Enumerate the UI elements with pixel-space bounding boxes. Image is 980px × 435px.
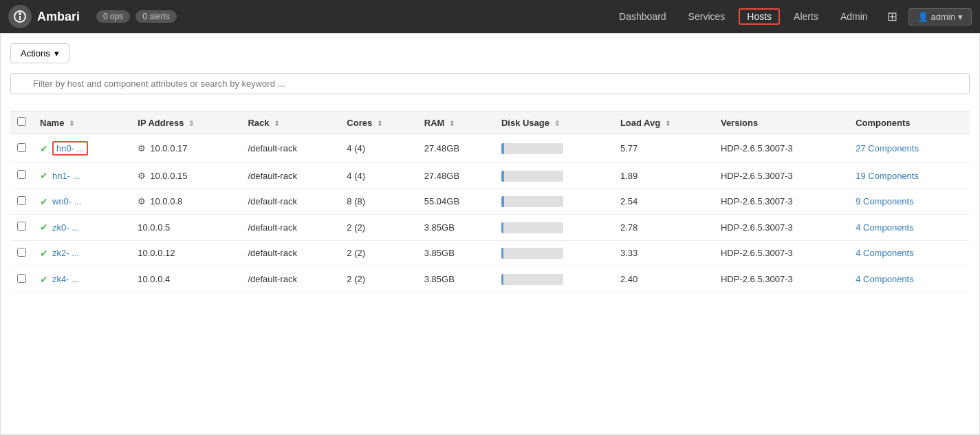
brand: Ambari bbox=[8, 5, 80, 28]
col-name: Name ⇕ bbox=[33, 112, 131, 134]
actions-button[interactable]: Actions ▾ bbox=[10, 43, 69, 63]
components-link[interactable]: 4 Components bbox=[856, 248, 914, 258]
host-name-link[interactable]: zk4- ... bbox=[52, 274, 79, 284]
row-disk-cell bbox=[494, 215, 613, 241]
components-link[interactable]: 4 Components bbox=[856, 222, 914, 233]
row-version-cell: HDP-2.6.5.3007-3 bbox=[714, 240, 849, 266]
header-checkbox-col bbox=[10, 112, 33, 134]
user-icon: 👤 bbox=[917, 12, 928, 22]
nav-dashboard[interactable]: Dashboard bbox=[611, 8, 675, 25]
row-name-cell: ✔wn0- ... bbox=[33, 189, 131, 215]
row-name-cell: ✔zk2- ... bbox=[33, 240, 131, 266]
row-load-cell: 2.54 bbox=[613, 189, 714, 215]
status-icon: ✔ bbox=[40, 143, 48, 154]
host-name-link[interactable]: hn1- ... bbox=[52, 171, 80, 181]
components-link[interactable]: 19 Components bbox=[856, 171, 919, 181]
row-version-cell: HDP-2.6.5.3007-3 bbox=[714, 189, 849, 215]
host-name-link[interactable]: zk0- ... bbox=[52, 222, 79, 233]
row-rack-cell: /default-rack bbox=[241, 134, 340, 163]
table-row: ✔wn0- ...⚙10.0.0.8/default-rack8 (8)55.0… bbox=[10, 189, 970, 215]
components-link[interactable]: 27 Components bbox=[856, 143, 919, 153]
row-version-cell: HDP-2.6.5.3007-3 bbox=[714, 163, 849, 189]
row-checkbox-cell bbox=[10, 266, 33, 293]
nav-services[interactable]: Services bbox=[680, 8, 734, 25]
row-components-cell: 4 Components bbox=[849, 266, 970, 293]
table-row: ✔zk0- ...10.0.0.5/default-rack2 (2)3.85G… bbox=[10, 215, 970, 241]
row-name-cell: ✔zk4- ... bbox=[33, 266, 131, 293]
ops-badge[interactable]: 0 ops bbox=[96, 10, 130, 23]
row-cores-cell: 4 (4) bbox=[340, 163, 417, 189]
nav-admin[interactable]: Admin bbox=[832, 8, 876, 25]
col-cores: Cores ⇕ bbox=[340, 112, 417, 134]
alerts-badge[interactable]: 0 alerts bbox=[135, 10, 176, 23]
ip-value: 10.0.0.4 bbox=[138, 274, 170, 284]
ip-value: 10.0.0.12 bbox=[138, 248, 175, 258]
row-checkbox[interactable] bbox=[17, 248, 26, 257]
settings-icon[interactable]: ⚙ bbox=[138, 171, 146, 181]
sort-ip-icon[interactable]: ⇕ bbox=[188, 120, 194, 127]
row-ram-cell: 55.04GB bbox=[417, 189, 494, 215]
search-wrap: 🔍 bbox=[10, 73, 970, 103]
host-name-link[interactable]: hn0- ... bbox=[52, 141, 88, 156]
host-name-link[interactable]: zk2- ... bbox=[52, 248, 79, 258]
row-checkbox[interactable] bbox=[17, 170, 26, 179]
row-ip-cell: ⚙10.0.0.15 bbox=[131, 163, 241, 189]
sort-name-icon[interactable]: ⇕ bbox=[69, 120, 74, 127]
row-rack-cell: /default-rack bbox=[241, 163, 340, 189]
row-checkbox-cell bbox=[10, 163, 33, 189]
row-disk-cell bbox=[494, 134, 613, 163]
row-ip-cell: ⚙10.0.0.17 bbox=[131, 134, 241, 163]
sort-ram-icon[interactable]: ⇕ bbox=[449, 120, 455, 127]
host-name-link[interactable]: wn0- ... bbox=[52, 196, 82, 206]
settings-icon[interactable]: ⚙ bbox=[138, 196, 146, 206]
row-rack-cell: /default-rack bbox=[241, 189, 340, 215]
search-input[interactable] bbox=[10, 73, 970, 94]
row-disk-cell bbox=[494, 163, 613, 189]
components-link[interactable]: 9 Components bbox=[856, 196, 914, 206]
disk-bar-wrap bbox=[501, 196, 563, 207]
row-checkbox[interactable] bbox=[17, 143, 26, 152]
admin-button[interactable]: 👤 admin ▾ bbox=[908, 8, 972, 25]
col-versions: Versions bbox=[714, 112, 849, 134]
row-version-cell: HDP-2.6.5.3007-3 bbox=[714, 134, 849, 163]
row-rack-cell: /default-rack bbox=[241, 266, 340, 293]
row-ram-cell: 3.85GB bbox=[417, 215, 494, 241]
row-load-cell: 5.77 bbox=[613, 134, 714, 163]
sort-disk-icon[interactable]: ⇕ bbox=[554, 120, 560, 127]
row-checkbox-cell bbox=[10, 134, 33, 163]
row-disk-cell bbox=[494, 189, 613, 215]
row-name-cell: ✔hn1- ... bbox=[33, 163, 131, 189]
table-row: ✔hn0- ...⚙10.0.0.17/default-rack4 (4)27.… bbox=[10, 134, 970, 163]
row-checkbox-cell bbox=[10, 215, 33, 241]
row-checkbox[interactable] bbox=[17, 274, 26, 283]
components-link[interactable]: 4 Components bbox=[856, 274, 914, 284]
grid-icon[interactable]: ⊞ bbox=[882, 6, 903, 27]
nav-alerts[interactable]: Alerts bbox=[785, 8, 827, 25]
row-checkbox[interactable] bbox=[17, 222, 26, 231]
row-ram-cell: 27.48GB bbox=[417, 134, 494, 163]
select-all-checkbox[interactable] bbox=[17, 117, 26, 126]
sort-cores-icon[interactable]: ⇕ bbox=[377, 120, 382, 127]
row-checkbox[interactable] bbox=[17, 196, 26, 205]
row-name-cell: ✔hn0- ... bbox=[33, 134, 131, 163]
settings-icon[interactable]: ⚙ bbox=[138, 143, 146, 153]
row-ram-cell: 3.85GB bbox=[417, 266, 494, 293]
disk-bar-wrap bbox=[501, 171, 563, 182]
disk-bar bbox=[501, 143, 504, 154]
table-body: ✔hn0- ...⚙10.0.0.17/default-rack4 (4)27.… bbox=[10, 134, 970, 293]
row-cores-cell: 2 (2) bbox=[340, 240, 417, 266]
row-components-cell: 19 Components bbox=[849, 163, 970, 189]
col-load: Load Avg ⇕ bbox=[613, 112, 714, 134]
sort-rack-icon[interactable]: ⇕ bbox=[274, 120, 279, 127]
nav-hosts[interactable]: Hosts bbox=[739, 8, 780, 25]
hosts-table: Name ⇕ IP Address ⇕ Rack ⇕ Cores ⇕ RAM bbox=[10, 111, 970, 293]
brand-icon bbox=[8, 5, 32, 28]
disk-bar-wrap bbox=[501, 274, 563, 285]
row-components-cell: 4 Components bbox=[849, 240, 970, 266]
row-load-cell: 1.89 bbox=[613, 163, 714, 189]
main-content: Actions ▾ 🔍 Name ⇕ IP Address ⇕ bbox=[0, 33, 980, 435]
row-cores-cell: 8 (8) bbox=[340, 189, 417, 215]
disk-bar-wrap bbox=[501, 248, 563, 259]
row-load-cell: 3.33 bbox=[613, 240, 714, 266]
sort-load-icon[interactable]: ⇕ bbox=[665, 120, 671, 127]
